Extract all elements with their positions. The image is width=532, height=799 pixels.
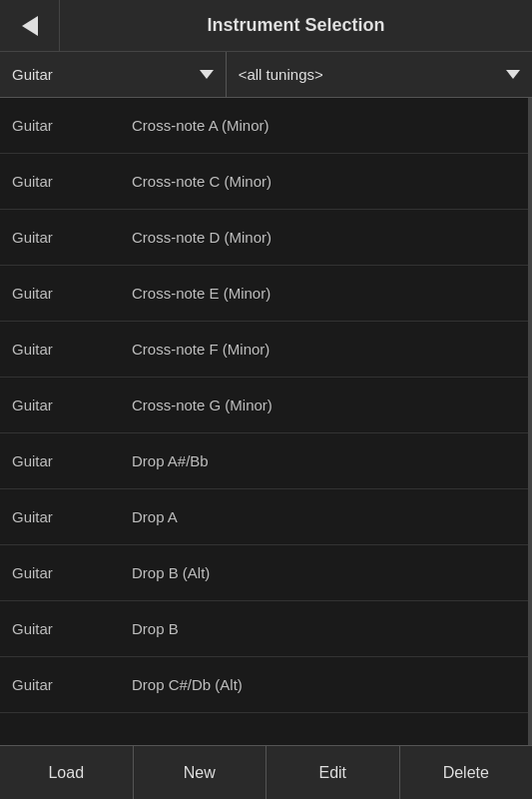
tuning-dropdown-icon [506, 70, 520, 79]
instrument-cell: Guitar [12, 173, 132, 190]
tuning-filter-label: <all tunings> [239, 66, 323, 83]
page-title: Instrument Selection [60, 15, 532, 36]
instrument-cell: Guitar [12, 452, 132, 469]
header: Instrument Selection [0, 0, 532, 52]
instrument-cell: Guitar [12, 117, 132, 134]
tuning-cell: Cross-note F (Minor) [132, 341, 516, 358]
tuning-cell: Drop B [132, 620, 516, 637]
back-button[interactable] [0, 0, 60, 52]
instrument-filter[interactable]: Guitar [0, 52, 227, 97]
table-row[interactable]: GuitarCross-note A (Minor) [0, 98, 528, 154]
table-row[interactable]: GuitarDrop A [0, 489, 528, 545]
table-row[interactable]: GuitarDrop C#/Db (Alt) [0, 657, 528, 713]
bottom-bar: LoadNewEditDelete [0, 745, 532, 799]
table-row[interactable]: GuitarCross-note D (Minor) [0, 210, 528, 266]
edit-button[interactable]: Edit [266, 746, 400, 799]
tuning-cell: Cross-note D (Minor) [132, 229, 516, 246]
table-row[interactable]: GuitarDrop B (Alt) [0, 545, 528, 601]
load-button[interactable]: Load [0, 746, 134, 799]
instrument-cell: Guitar [12, 229, 132, 246]
instrument-cell: Guitar [12, 285, 132, 302]
new-button[interactable]: New [134, 746, 267, 799]
tuning-cell: Drop C#/Db (Alt) [132, 676, 516, 693]
instrument-cell: Guitar [12, 341, 132, 358]
tuning-cell: Cross-note G (Minor) [132, 397, 516, 413]
instrument-cell: Guitar [12, 508, 132, 525]
instrument-cell: Guitar [12, 676, 132, 693]
tuning-cell: Cross-note C (Minor) [132, 173, 516, 190]
tuning-cell: Cross-note E (Minor) [132, 285, 516, 302]
tuning-cell: Drop B (Alt) [132, 564, 516, 581]
tuning-filter[interactable]: <all tunings> [227, 52, 532, 97]
table-row[interactable]: GuitarCross-note G (Minor) [0, 378, 528, 433]
delete-button[interactable]: Delete [400, 746, 533, 799]
table-row[interactable]: GuitarDrop A#/Bb [0, 433, 528, 489]
filter-row: Guitar <all tunings> [0, 52, 532, 98]
instrument-cell: Guitar [12, 397, 132, 413]
instrument-filter-label: Guitar [12, 66, 53, 83]
tuning-cell: Drop A [132, 508, 516, 525]
tuning-cell: Drop A#/Bb [132, 452, 516, 469]
table-row[interactable]: GuitarCross-note C (Minor) [0, 154, 528, 210]
table-row[interactable]: GuitarCross-note E (Minor) [0, 266, 528, 322]
table-row[interactable]: GuitarCross-note F (Minor) [0, 322, 528, 378]
instrument-cell: Guitar [12, 620, 132, 637]
tuning-cell: Cross-note A (Minor) [132, 117, 516, 134]
instrument-list: GuitarCross-note A (Minor)GuitarCross-no… [0, 98, 532, 745]
instrument-dropdown-icon [200, 70, 214, 79]
instrument-cell: Guitar [12, 564, 132, 581]
back-arrow-icon [22, 16, 38, 36]
table-row[interactable]: GuitarDrop B [0, 601, 528, 657]
